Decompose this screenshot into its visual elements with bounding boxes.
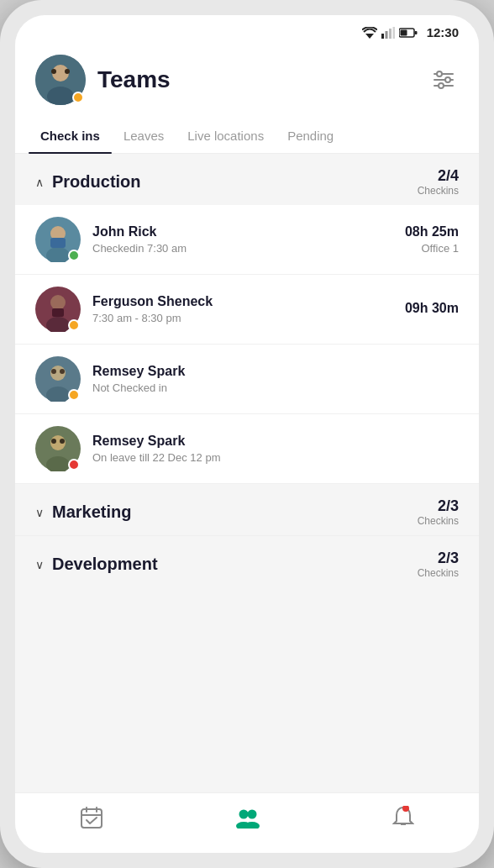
member-status: On leave till 22 Dec 12 pm (92, 451, 447, 464)
nav-teams[interactable] (213, 803, 282, 838)
member-info: John Rick Checkedin 7:30 am (92, 224, 393, 255)
calendar-icon (80, 806, 103, 835)
svg-rect-6 (400, 29, 407, 35)
member-time: 08h 25m Office 1 (405, 224, 459, 255)
tab-live-locations[interactable]: Live locations (176, 118, 276, 153)
teams-icon (234, 807, 262, 834)
group-production-name: Production (52, 172, 141, 192)
group-development-checkins: 2/3 Checkins (418, 550, 459, 579)
svg-marker-0 (365, 34, 374, 39)
status-dot-green (68, 250, 80, 261)
user-avatar-container[interactable] (35, 55, 86, 105)
member-name: Ferguson Sheneck (92, 294, 393, 309)
svg-point-18 (439, 83, 444, 88)
nav-notifications[interactable] (372, 802, 434, 839)
group-marketing-checkins: 2/3 Checkins (418, 497, 459, 527)
svg-rect-2 (385, 31, 387, 39)
svg-rect-4 (392, 27, 395, 39)
battery-icon (399, 28, 418, 38)
status-dot-red (68, 459, 80, 471)
group-marketing-name: Marketing (52, 502, 131, 522)
chevron-down-icon: ∨ (35, 558, 44, 571)
group-production-left: ∧ Production (35, 172, 141, 192)
svg-point-41 (239, 810, 248, 819)
group-production-checkins: 2/4 Checkins (418, 167, 459, 197)
svg-rect-26 (52, 308, 64, 317)
status-time: 12:30 (427, 25, 459, 39)
svg-point-12 (65, 69, 70, 74)
member-item[interactable]: Remsey Spark On leave till 22 Dec 12 pm (15, 414, 479, 484)
bottom-nav (15, 792, 479, 853)
tab-pending[interactable]: Pending (276, 118, 345, 153)
svg-rect-7 (414, 31, 417, 34)
tab-leaves[interactable]: Leaves (112, 118, 176, 153)
svg-point-17 (445, 77, 450, 82)
group-development-left: ∨ Development (35, 555, 158, 574)
group-development-header[interactable]: ∨ Development 2/3 Checkins (15, 535, 479, 587)
page-title: Teams (97, 66, 417, 93)
bottom-spacer (15, 587, 479, 621)
member-status: Not Checked in (92, 381, 447, 394)
member-status: Checkedin 7:30 am (92, 242, 393, 255)
wifi-icon (362, 27, 377, 39)
member-avatar (35, 287, 81, 332)
svg-point-42 (247, 810, 256, 819)
tab-check-ins[interactable]: Check ins (29, 118, 112, 153)
member-hours: 09h 30m (405, 301, 459, 316)
status-dot-yellow (68, 319, 80, 331)
svg-rect-1 (381, 34, 384, 39)
svg-point-36 (60, 439, 65, 444)
status-icons: 12:30 (362, 25, 459, 39)
svg-point-30 (51, 369, 56, 374)
group-development-name: Development (52, 555, 158, 574)
member-name: Remsey Spark (92, 434, 447, 449)
status-bar: 12:30 (15, 15, 479, 46)
status-dot-yellow (68, 389, 80, 401)
svg-rect-3 (389, 29, 392, 39)
member-list-production: John Rick Checkedin 7:30 am 08h 25m Offi… (15, 205, 479, 484)
member-time: 09h 30m (405, 301, 459, 318)
member-avatar (35, 217, 81, 262)
member-name: Remsey Spark (92, 364, 447, 379)
bell-icon (392, 806, 414, 835)
member-info: Remsey Spark On leave till 22 Dec 12 pm (92, 434, 447, 464)
member-info: Remsey Spark Not Checked in (92, 364, 447, 394)
member-hours: 08h 25m (405, 224, 459, 239)
group-marketing-header[interactable]: ∨ Marketing 2/3 Checkins (15, 484, 479, 535)
member-item[interactable]: Ferguson Sheneck 7:30 am - 8:30 pm 09h 3… (15, 275, 479, 345)
nav-calendar[interactable] (60, 802, 124, 839)
user-status-dot (72, 92, 84, 103)
phone-screen: 12:30 Teams (15, 15, 479, 853)
member-avatar (35, 426, 81, 471)
svg-rect-37 (81, 809, 102, 828)
group-production-header[interactable]: ∧ Production 2/4 Checkins (15, 154, 479, 205)
signal-icon (381, 27, 395, 39)
header: Teams (15, 46, 479, 118)
member-item[interactable]: John Rick Checkedin 7:30 am 08h 25m Offi… (15, 205, 479, 275)
member-info: Ferguson Sheneck 7:30 am - 8:30 pm (92, 294, 393, 324)
svg-point-16 (437, 71, 442, 76)
chevron-up-icon: ∧ (35, 176, 44, 189)
group-marketing-left: ∨ Marketing (35, 502, 131, 522)
member-avatar (35, 356, 81, 402)
svg-rect-22 (50, 238, 66, 248)
phone-shell: 12:30 Teams (0, 0, 494, 868)
tabs-bar: Check ins Leaves Live locations Pending (15, 118, 479, 154)
member-name: John Rick (92, 224, 393, 239)
member-status: 7:30 am - 8:30 pm (92, 312, 393, 324)
member-location: Office 1 (405, 242, 459, 255)
svg-point-11 (51, 69, 56, 74)
member-item[interactable]: Remsey Spark Not Checked in (15, 345, 479, 414)
chevron-down-icon: ∨ (35, 506, 44, 519)
settings-button[interactable] (428, 65, 459, 95)
content-area: ∧ Production 2/4 Checkins (15, 154, 479, 792)
svg-point-35 (51, 439, 56, 444)
svg-point-24 (50, 295, 66, 310)
svg-point-31 (60, 369, 65, 374)
